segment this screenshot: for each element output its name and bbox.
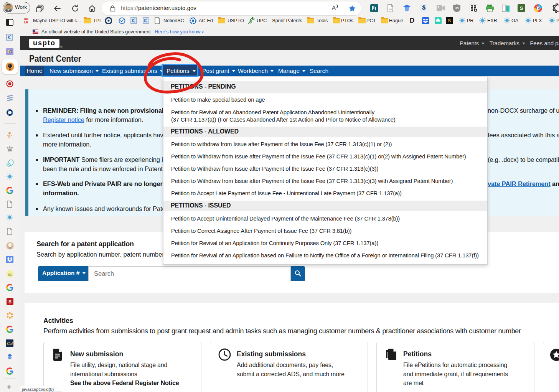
svg-text:LF: LF: [24, 20, 28, 24]
svg-text:UO: UO: [455, 7, 459, 10]
svg-text:&: &: [8, 271, 12, 277]
svg-text:B: B: [448, 18, 451, 23]
svg-text:Cal: Cal: [7, 341, 13, 346]
svg-text:S: S: [8, 299, 12, 305]
svg-text:S: S: [520, 5, 523, 11]
